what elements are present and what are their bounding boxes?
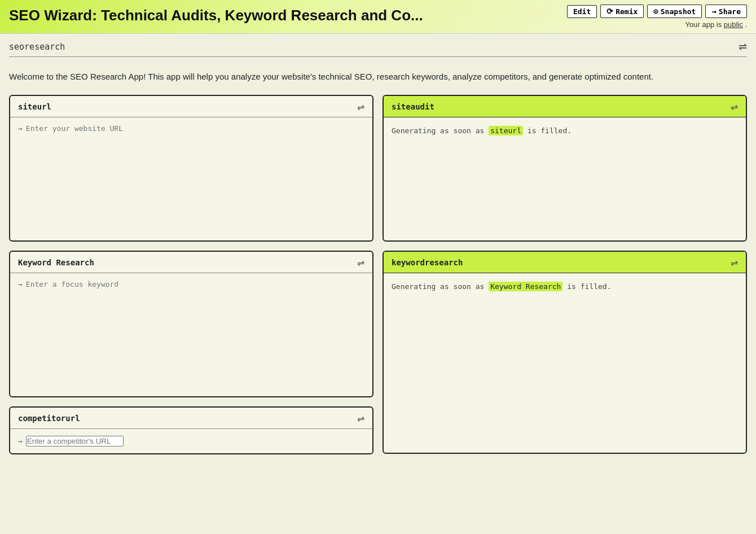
- keywordresearch-highlight: Keyword Research: [489, 282, 562, 291]
- right-column: keywordresearch ⇌ Generating as soon as …: [383, 251, 747, 454]
- keyword-research-body: [10, 273, 372, 396]
- siteurl-hint: [18, 124, 364, 133]
- header: SEO Wizard: Technical Audits, Keyword Re…: [0, 0, 756, 34]
- siteaudit-panel-body: Generating as soon as siteurl is filled.: [384, 117, 746, 240]
- competitorurl-settings-icon[interactable]: ⇌: [357, 413, 364, 424]
- edit-button[interactable]: Edit: [567, 5, 597, 18]
- keyword-research-header: Keyword Research ⇌: [10, 252, 372, 273]
- share-button[interactable]: → Share: [705, 5, 747, 18]
- search-row: ⇌: [9, 34, 747, 57]
- keywordresearch-panel-body: Generating as soon as Keyword Research i…: [384, 273, 746, 453]
- competitorurl-body: [10, 429, 372, 453]
- competitorurl-header: competitorurl ⇌: [10, 408, 372, 429]
- keyword-research-input[interactable]: [26, 280, 364, 288]
- header-buttons: Edit ⟳ Remix ⊙ Snapshot → Share: [567, 5, 747, 18]
- camera-icon: ⊙: [653, 7, 658, 16]
- siteaudit-highlight: siteurl: [489, 126, 523, 135]
- siteaudit-settings-icon[interactable]: ⇌: [731, 102, 738, 112]
- keyword-research-settings-icon[interactable]: ⇌: [357, 257, 364, 268]
- siteurl-input[interactable]: [26, 124, 364, 133]
- siteurl-panel-body: [10, 117, 372, 240]
- siteurl-section: siteurl ⇌: [9, 95, 373, 242]
- siteurl-settings-icon[interactable]: ⇌: [357, 102, 364, 112]
- keywordresearch-suffix: is filled.: [562, 282, 611, 291]
- keywordresearch-settings-icon[interactable]: ⇌: [731, 257, 738, 268]
- second-panels-row: Keyword Research ⇌ competitorurl ⇌: [9, 251, 747, 454]
- siteaudit-suffix: is filled.: [523, 126, 572, 135]
- siteurl-panel-header: siteurl ⇌: [10, 96, 372, 117]
- snapshot-button[interactable]: ⊙ Snapshot: [647, 5, 702, 18]
- competitorurl-input[interactable]: [26, 436, 124, 447]
- page-title: SEO Wizard: Technical Audits, Keyword Re…: [9, 5, 562, 24]
- keywordresearch-prefix: Generating as soon as: [392, 282, 489, 291]
- siteurl-panel: siteurl ⇌: [9, 95, 373, 242]
- keywordresearch-panel-header: keywordresearch ⇌: [384, 252, 746, 273]
- filter-icon[interactable]: ⇌: [739, 41, 747, 53]
- remix-button[interactable]: ⟳ Remix: [600, 5, 644, 18]
- keywordresearch-panel: keywordresearch ⇌ Generating as soon as …: [383, 251, 747, 454]
- search-input[interactable]: [9, 42, 739, 52]
- remix-icon: ⟳: [606, 7, 613, 16]
- first-panels-row: siteurl ⇌ siteaudit ⇌ Generating as soon: [9, 95, 747, 242]
- siteaudit-panel-header: siteaudit ⇌: [384, 96, 746, 117]
- competitorurl-panel: competitorurl ⇌: [9, 406, 373, 454]
- competitorurl-hint: [18, 436, 364, 447]
- siteaudit-panel: siteaudit ⇌ Generating as soon as siteur…: [383, 95, 747, 242]
- siteurl-label: siteurl: [18, 102, 51, 111]
- public-notice: Your app is public .: [685, 20, 747, 29]
- siteaudit-prefix: Generating as soon as: [392, 126, 489, 135]
- siteaudit-label: siteaudit: [392, 102, 434, 111]
- left-column: Keyword Research ⇌ competitorurl ⇌: [9, 251, 373, 454]
- main-content: ⇌ Welcome to the SEO Research App! This …: [0, 34, 756, 463]
- competitorurl-label: competitorurl: [18, 414, 80, 423]
- share-icon: →: [711, 7, 716, 16]
- keyword-research-label: Keyword Research: [18, 258, 94, 267]
- keyword-hint: [18, 280, 364, 288]
- keyword-research-panel: Keyword Research ⇌: [9, 251, 373, 397]
- welcome-text: Welcome to the SEO Research App! This ap…: [9, 64, 747, 95]
- keywordresearch-label: keywordresearch: [392, 258, 463, 267]
- header-actions: Edit ⟳ Remix ⊙ Snapshot → Share Your app…: [567, 5, 747, 29]
- siteaudit-section: siteaudit ⇌ Generating as soon as siteur…: [383, 95, 747, 242]
- public-link[interactable]: public: [724, 20, 743, 29]
